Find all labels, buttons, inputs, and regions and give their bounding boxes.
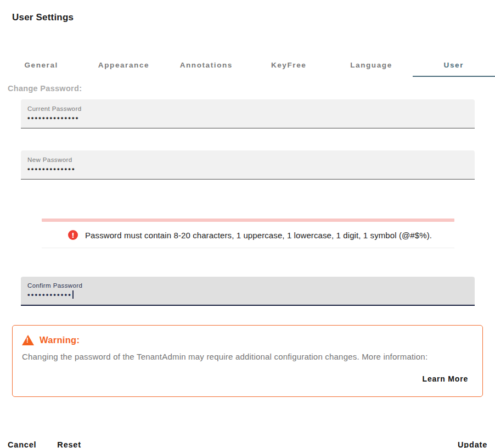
tab-annotations[interactable]: Annotations xyxy=(165,54,248,77)
password-error-text: Password must contain 8-20 characters, 1… xyxy=(85,231,432,240)
confirm-password-masked-value: •••••••••••• xyxy=(27,290,468,300)
cancel-button[interactable]: Cancel xyxy=(8,438,36,448)
change-password-section-label: Change Password: xyxy=(8,84,495,93)
password-error-message-row: ! Password must contain 8-20 characters,… xyxy=(42,222,454,248)
password-error-block: ! Password must contain 8-20 characters,… xyxy=(42,219,454,248)
new-password-field[interactable]: New Password ••••••••••••• xyxy=(21,150,475,180)
tab-keyfree[interactable]: KeyFree xyxy=(248,54,330,77)
learn-more-link[interactable]: Learn More xyxy=(423,374,468,383)
warning-message: Changing the password of the TenantAdmin… xyxy=(22,352,468,361)
tenant-admin-warning-box: Warning: Changing the password of the Te… xyxy=(12,325,483,397)
tab-language[interactable]: Language xyxy=(330,54,412,77)
reset-button[interactable]: Reset xyxy=(57,438,81,448)
user-settings-dialog: User Settings General Appearance Annotat… xyxy=(0,12,495,448)
tab-appearance[interactable]: Appearance xyxy=(82,54,165,77)
warning-header: Warning: xyxy=(22,335,468,345)
dialog-actions: Cancel Reset Update xyxy=(8,438,487,448)
warning-link-row: Learn More xyxy=(22,374,468,384)
new-password-label: New Password xyxy=(27,156,468,163)
confirm-password-dots: •••••••••••• xyxy=(27,290,72,299)
new-password-masked-value: ••••••••••••• xyxy=(27,164,468,174)
current-password-field[interactable]: Current Password •••••••••••••• xyxy=(21,99,475,128)
confirm-password-label: Confirm Password xyxy=(27,282,468,289)
settings-tab-bar: General Appearance Annotations KeyFree L… xyxy=(0,54,495,77)
update-button[interactable]: Update xyxy=(458,438,487,448)
confirm-password-field[interactable]: Confirm Password •••••••••••• xyxy=(21,277,475,306)
page-title: User Settings xyxy=(12,12,495,23)
warning-triangle-icon xyxy=(22,335,34,345)
tab-general[interactable]: General xyxy=(0,54,82,77)
current-password-masked-value: •••••••••••••• xyxy=(27,113,468,123)
password-fields: Current Password •••••••••••••• New Pass… xyxy=(21,99,475,306)
current-password-label: Current Password xyxy=(27,105,468,112)
text-cursor xyxy=(72,290,74,299)
tab-user[interactable]: User xyxy=(413,54,495,77)
error-circle-icon: ! xyxy=(68,230,78,240)
warning-title: Warning: xyxy=(40,335,80,345)
